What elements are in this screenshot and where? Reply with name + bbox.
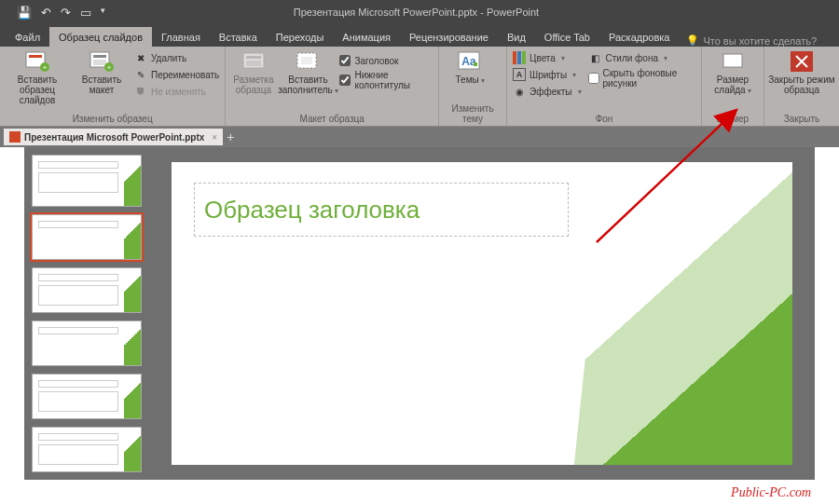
insert-layout-button[interactable]: + Вставить макет xyxy=(75,48,129,95)
svg-rect-20 xyxy=(723,54,742,67)
tab-home[interactable]: Главная xyxy=(152,27,210,47)
svg-rect-19 xyxy=(522,51,526,64)
background-styles-icon: ◧ xyxy=(589,51,602,64)
svg-rect-10 xyxy=(246,56,261,59)
slide-size-button[interactable]: Размер слайда▾ xyxy=(706,48,760,96)
tab-animations[interactable]: Анимация xyxy=(333,27,400,47)
tab-office-tab[interactable]: Office Tab xyxy=(535,27,599,47)
insert-placeholder-button[interactable]: Вставить заполнитель▾ xyxy=(281,48,335,96)
group-size: Размер слайда▾ Размер xyxy=(702,47,764,126)
svg-rect-18 xyxy=(517,51,521,64)
svg-text:+: + xyxy=(43,63,48,72)
group-background-label: Фон xyxy=(511,114,697,126)
chevron-down-icon: ▾ xyxy=(559,54,565,62)
title-checkbox[interactable]: Заголовок xyxy=(338,54,434,67)
colors-icon xyxy=(513,51,526,64)
window-title: Презентация Microsoft PowerPoint.pptx - … xyxy=(105,7,727,18)
group-edit-master: + Вставить образец слайдов + Вставить ма… xyxy=(0,47,226,126)
insert-placeholder-label: Вставить заполнитель▾ xyxy=(278,75,338,96)
colors-label: Цвета xyxy=(530,53,556,63)
fonts-label: Шрифты xyxy=(530,70,567,80)
title-checkbox-input[interactable] xyxy=(339,55,351,66)
svg-text:+: + xyxy=(107,63,112,72)
tab-slide-master[interactable]: Образец слайдов xyxy=(49,27,152,47)
tab-review[interactable]: Рецензирование xyxy=(400,27,498,47)
effects-icon: ◉ xyxy=(513,85,526,98)
tab-storyboard[interactable]: Раскадровка xyxy=(599,27,679,47)
insert-placeholder-icon xyxy=(295,50,321,73)
chevron-down-icon: ▾ xyxy=(576,88,582,96)
svg-rect-17 xyxy=(513,51,516,64)
thumbnail-panel[interactable] xyxy=(24,147,149,480)
svg-rect-6 xyxy=(93,60,106,65)
title-checkbox-label: Заголовок xyxy=(354,56,398,66)
chevron-down-icon: ▾ xyxy=(333,87,338,95)
document-tab[interactable]: Презентация Microsoft PowerPoint.pptx × xyxy=(4,129,223,145)
svg-rect-1 xyxy=(29,55,42,58)
footers-checkbox-label: Нижние колонтитулы xyxy=(354,70,433,90)
slide-canvas[interactable]: Образец заголовка xyxy=(149,147,815,480)
insert-layout-label: Вставить макет xyxy=(75,75,129,95)
slide-size-label: Размер слайда▾ xyxy=(706,75,760,96)
group-edit-master-label: Изменить образец xyxy=(4,114,221,126)
insert-slide-master-icon: + xyxy=(24,50,50,73)
svg-rect-16 xyxy=(474,62,477,66)
thumbnail-layout-4[interactable] xyxy=(32,374,142,419)
close-master-view-button[interactable]: Закрыть режим образца xyxy=(768,48,835,95)
redo-icon[interactable]: ↷ xyxy=(61,6,71,20)
svg-rect-11 xyxy=(246,61,261,66)
fonts-button[interactable]: A Шрифты▾ xyxy=(511,67,583,82)
titlebar: 💾 ↶ ↷ ▭ ▾ Презентация Microsoft PowerPoi… xyxy=(0,0,839,24)
background-styles-label: Стили фона xyxy=(606,53,658,63)
background-styles-button[interactable]: ◧ Стили фона▾ xyxy=(587,50,697,65)
fonts-icon: A xyxy=(513,68,526,81)
colors-button[interactable]: Цвета▾ xyxy=(511,50,583,65)
tab-insert[interactable]: Вставка xyxy=(210,27,267,47)
tab-file[interactable]: Файл xyxy=(6,27,49,47)
themes-label: Темы▾ xyxy=(456,75,485,86)
group-background: Цвета▾ A Шрифты▾ ◉ Эффекты▾ ◧ Стили фона… xyxy=(507,47,702,126)
save-icon[interactable]: 💾 xyxy=(17,6,32,20)
close-tab-icon[interactable]: × xyxy=(208,132,217,143)
delete-icon: ✖ xyxy=(134,51,147,64)
effects-button[interactable]: ◉ Эффекты▾ xyxy=(511,84,583,99)
chevron-down-icon: ▾ xyxy=(662,54,667,62)
tell-me[interactable]: 💡 Что вы хотите сделать? xyxy=(686,34,817,47)
thumbnail-layout-5[interactable] xyxy=(32,427,142,472)
ribbon: + Вставить образец слайдов + Вставить ма… xyxy=(0,47,839,127)
thumbnail-layout-1[interactable] xyxy=(32,214,142,260)
new-tab-icon[interactable]: + xyxy=(223,129,234,144)
undo-icon[interactable]: ↶ xyxy=(41,6,51,20)
title-placeholder-text: Образец заголовка xyxy=(204,196,420,225)
close-icon xyxy=(789,50,815,73)
thumbnail-layout-3[interactable] xyxy=(32,320,142,366)
group-themes-label: Изменить тему xyxy=(443,103,502,126)
close-master-view-label: Закрыть режим образца xyxy=(768,75,835,95)
thumbnail-layout-2[interactable] xyxy=(32,267,142,313)
insert-slide-master-button[interactable]: + Вставить образец слайдов xyxy=(4,48,71,105)
themes-button[interactable]: Aa Темы▾ xyxy=(443,48,497,86)
chevron-down-icon: ▾ xyxy=(571,71,576,79)
powerpoint-icon xyxy=(9,131,21,143)
title-placeholder[interactable]: Образец заголовка xyxy=(194,183,569,237)
rename-button[interactable]: ✎ Переименовать xyxy=(132,67,221,82)
watermark: Public-PC.com xyxy=(731,485,811,500)
svg-rect-5 xyxy=(93,55,106,58)
footers-checkbox[interactable]: Нижние колонтитулы xyxy=(338,69,434,91)
group-close-label: Закрыть xyxy=(768,114,835,126)
slide[interactable]: Образец заголовка xyxy=(172,162,792,465)
thumbnail-master[interactable] xyxy=(32,155,142,207)
tell-me-label: Что вы хотите сделать? xyxy=(703,35,817,47)
group-close: Закрыть режим образца Закрыть xyxy=(764,47,839,126)
delete-button[interactable]: ✖ Удалить xyxy=(132,50,221,65)
hide-bg-graphics-input[interactable] xyxy=(588,73,599,84)
hide-bg-graphics-checkbox[interactable]: Скрыть фоновые рисунки xyxy=(587,67,697,89)
footers-checkbox-input[interactable] xyxy=(339,75,351,86)
start-from-beginning-icon[interactable]: ▭ xyxy=(80,6,91,20)
tab-view[interactable]: Вид xyxy=(498,27,535,47)
preserve-icon: ⛊ xyxy=(134,85,147,98)
chevron-down-icon: ▾ xyxy=(479,76,485,85)
preserve-button: ⛊ Не изменять xyxy=(132,84,221,99)
group-master-layout-label: Макет образца xyxy=(229,114,434,126)
tab-transitions[interactable]: Переходы xyxy=(267,27,334,47)
